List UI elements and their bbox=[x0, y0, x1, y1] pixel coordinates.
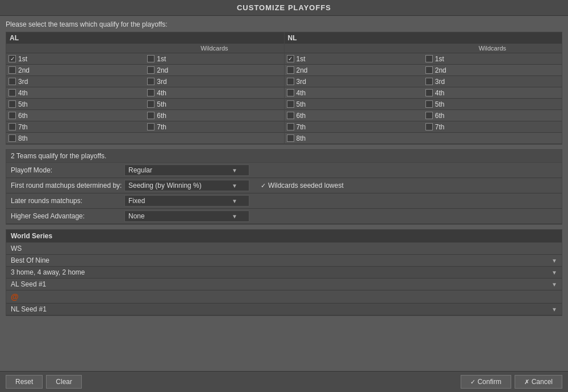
nl-wc-4-checkbox[interactable] bbox=[425, 89, 433, 96]
confirm-checkmark-icon: ✓ bbox=[470, 378, 475, 386]
al-seed-row-7: 7th 7th bbox=[6, 121, 284, 133]
al-seed-1-checkbox[interactable]: ✓ bbox=[9, 55, 16, 62]
nl-seed-5-checkbox[interactable] bbox=[287, 100, 294, 108]
nl-seed-6-checkbox[interactable] bbox=[287, 112, 294, 119]
al-wc-7-checkbox[interactable] bbox=[147, 123, 154, 130]
world-series-best-of-label: Best Of Nine bbox=[11, 256, 49, 264]
nl-seed-row-8: 8th bbox=[285, 133, 562, 144]
al-seed-7-label: 7th bbox=[18, 123, 28, 131]
nl-seed-row-5: 5th 5th bbox=[285, 99, 562, 110]
al-seed-row-4: 4th 4th bbox=[6, 87, 284, 99]
nl-seed-4-checkbox[interactable] bbox=[287, 89, 294, 96]
al-seed-6-main: 6th bbox=[6, 111, 145, 121]
al-wc-6-checkbox[interactable] bbox=[147, 112, 154, 119]
world-series-team1-arrow-icon: ▼ bbox=[552, 281, 557, 288]
world-series-home-away-label: 3 home, 4 away, 2 home bbox=[11, 268, 85, 276]
al-seed-7-checkbox[interactable] bbox=[9, 123, 16, 130]
nl-wc-6-checkbox[interactable] bbox=[425, 112, 433, 119]
nl-seed-7-label: 7th bbox=[296, 123, 306, 131]
first-round-label: First round matchups determined by: bbox=[11, 182, 124, 189]
al-wc-5-checkbox[interactable] bbox=[147, 100, 154, 108]
nl-wc-7-cell: 7th bbox=[423, 122, 562, 132]
al-seed-6-checkbox[interactable] bbox=[9, 112, 16, 119]
al-seed-8-main: 8th bbox=[6, 133, 145, 144]
first-round-dropdown[interactable]: Seeding (by Winning %) ▼ bbox=[124, 180, 249, 191]
nl-wc-6-cell: 6th bbox=[423, 111, 562, 121]
dialog-footer: Reset Clear ✓ Confirm ✗ Cancel bbox=[0, 371, 568, 392]
clear-button[interactable]: Clear bbox=[46, 375, 82, 389]
wildcards-seeded-checkmark-icon: ✓ bbox=[261, 182, 266, 189]
cancel-x-icon: ✗ bbox=[524, 378, 529, 386]
nl-seed-6-label: 6th bbox=[296, 112, 306, 120]
nl-wc-2-checkbox[interactable] bbox=[425, 66, 433, 74]
al-seed-2-checkbox[interactable] bbox=[9, 66, 16, 74]
nl-wc-3-checkbox[interactable] bbox=[425, 78, 433, 85]
higher-seed-label: Higher Seed Advantage: bbox=[11, 212, 124, 220]
nl-seed-row-2: 2nd 2nd bbox=[285, 65, 562, 76]
al-seed-3-checkbox[interactable] bbox=[9, 78, 16, 85]
al-wc-7-cell: 7th bbox=[145, 122, 283, 132]
wildcards-seeded-container: ✓ Wildcards seeded lowest bbox=[261, 182, 344, 189]
confirm-button[interactable]: ✓ Confirm bbox=[461, 375, 511, 389]
world-series-home-away-arrow-icon: ▼ bbox=[552, 269, 557, 276]
al-wc-4-checkbox[interactable] bbox=[147, 89, 154, 96]
al-seed-row-5: 5th 5th bbox=[6, 99, 284, 110]
nl-seed-1-checkbox[interactable]: ✓ bbox=[287, 55, 294, 62]
al-seed-8-checkbox[interactable] bbox=[9, 134, 16, 142]
reset-button[interactable]: Reset bbox=[6, 375, 43, 389]
nl-wc-7-checkbox[interactable] bbox=[425, 123, 433, 130]
world-series-abbr: WS bbox=[6, 243, 562, 255]
nl-wc-1-label: 1st bbox=[435, 55, 444, 63]
leagues-container: AL Wildcards ✓ 1st 1st bbox=[6, 32, 562, 145]
al-wc-7-label: 7th bbox=[157, 123, 166, 131]
nl-seed-1-label: 1st bbox=[296, 55, 306, 63]
qualify-info: 2 Teams qualify for the playoffs. bbox=[6, 150, 562, 163]
nl-seed-2-main: 2nd bbox=[285, 65, 423, 75]
nl-seed-row-6: 6th 6th bbox=[285, 110, 562, 121]
al-seed-4-main: 4th bbox=[6, 88, 145, 98]
world-series-home-away-row[interactable]: 3 home, 4 away, 2 home ▼ bbox=[6, 267, 562, 279]
al-seed-5-main: 5th bbox=[6, 99, 145, 109]
al-seed-4-checkbox[interactable] bbox=[9, 89, 16, 96]
first-round-arrow-icon: ▼ bbox=[232, 183, 237, 189]
playoff-mode-dropdown[interactable]: Regular ▼ bbox=[124, 165, 249, 176]
intro-text: Please select the teams which qualify fo… bbox=[6, 20, 562, 28]
al-subheader: Wildcards bbox=[6, 44, 284, 53]
world-series-best-of-row[interactable]: Best Of Nine ▼ bbox=[6, 255, 562, 267]
nl-seed-2-checkbox[interactable] bbox=[287, 66, 294, 74]
nl-seed-6-main: 6th bbox=[285, 111, 423, 121]
higher-seed-dropdown[interactable]: None ▼ bbox=[124, 210, 249, 222]
world-series-team2-row[interactable]: NL Seed #1 ▼ bbox=[6, 304, 562, 315]
al-seed-7-main: 7th bbox=[6, 122, 145, 132]
al-wc-5-cell: 5th bbox=[145, 99, 283, 109]
nl-seed-7-checkbox[interactable] bbox=[287, 123, 294, 130]
first-round-value: Seeding (by Winning %) bbox=[128, 182, 202, 189]
al-wc-1-label: 1st bbox=[157, 55, 166, 63]
al-division-col bbox=[6, 44, 145, 53]
al-seed-3-main: 3rd bbox=[6, 77, 145, 87]
higher-seed-row: Higher Seed Advantage: None ▼ bbox=[6, 209, 562, 224]
al-wc-2-checkbox[interactable] bbox=[147, 66, 154, 74]
later-rounds-value: Fixed bbox=[128, 197, 145, 205]
al-seed-row-8: 8th bbox=[6, 133, 284, 144]
nl-seed-3-checkbox[interactable] bbox=[287, 78, 294, 85]
higher-seed-control: None ▼ bbox=[124, 210, 557, 222]
cancel-button[interactable]: ✗ Cancel bbox=[515, 375, 562, 389]
nl-wc-5-label: 5th bbox=[435, 100, 445, 108]
nl-seed-8-checkbox[interactable] bbox=[287, 134, 294, 142]
playoff-mode-row: Playoff Mode: Regular ▼ bbox=[6, 163, 562, 178]
nl-wc-1-checkbox[interactable] bbox=[425, 55, 433, 62]
al-seed-5-checkbox[interactable] bbox=[9, 100, 16, 108]
al-seed-1-label: 1st bbox=[18, 55, 27, 63]
al-wc-3-cell: 3rd bbox=[145, 77, 283, 87]
al-wc-3-checkbox[interactable] bbox=[147, 78, 154, 85]
nl-wc-5-checkbox[interactable] bbox=[425, 100, 433, 108]
nl-seed-8-main: 8th bbox=[285, 133, 423, 144]
later-rounds-dropdown[interactable]: Fixed ▼ bbox=[124, 195, 249, 206]
nl-subheader: Wildcards bbox=[285, 44, 562, 53]
nl-header: NL bbox=[285, 32, 562, 44]
al-seed-2-label: 2nd bbox=[18, 66, 30, 74]
playoff-mode-control: Regular ▼ bbox=[124, 165, 557, 176]
al-wc-1-checkbox[interactable] bbox=[147, 55, 154, 62]
world-series-team1-row[interactable]: AL Seed #1 ▼ bbox=[6, 279, 562, 290]
